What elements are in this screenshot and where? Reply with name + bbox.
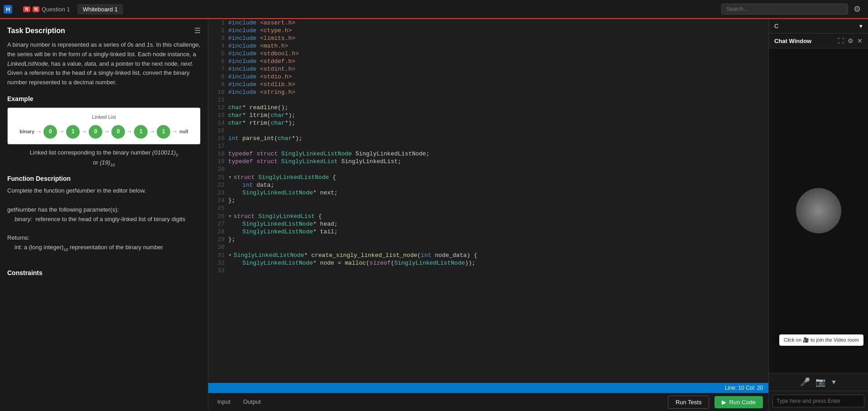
table-row: 17 [208,142,768,150]
status-bar: Line: 10 Col: 20 [208,383,768,393]
left-panel: Task Description ☰ A binary number is re… [0,19,208,411]
badge-n1: N [23,6,30,12]
table-row: 10#include <string.h> [208,88,768,96]
language-label: C [774,23,778,29]
linked-list-diagram: Linked List binary → 0 → 1 → 0 → 0 → 1 →… [7,107,201,145]
camera-icon[interactable]: 📷 [815,377,825,387]
table-row: 4#include <math.h> [208,42,768,50]
node-0: 0 [43,125,57,139]
table-row: 2#include <ctype.h> [208,27,768,34]
table-row: 19typedef struct SinglyLinkedList Singly… [208,158,768,165]
video-feed [796,188,841,233]
table-row: 14char* rtrim(char*); [208,119,768,127]
collapse-icon-26[interactable]: ▾ [228,213,232,220]
node-2: 0 [89,125,102,139]
task-title: Task Description [7,27,65,35]
table-row: 30 [208,243,768,251]
returns-label: Returns: [7,233,201,243]
table-row: 26 ▾struct SinglyLinkedList { [208,212,768,220]
main-layout: Task Description ☰ A binary number is re… [0,19,868,411]
table-row: 5#include <stdbool.h> [208,50,768,58]
gear-icon[interactable]: ⚙ [850,2,864,16]
arrow-4: → [127,127,132,136]
chat-window-title: Chat Window [774,38,811,44]
code-area: 1#include <assert.h> 2#include <ctype.h>… [208,19,768,411]
null-label: null [179,128,188,136]
tab-whiteboard[interactable]: Whiteboard 1 [77,4,123,15]
table-row: 31 ▾SinglyLinkedListNode* create_singly_… [208,251,768,259]
video-join-tooltip: Click on 🎥 to join the Video room [779,334,863,346]
language-selector[interactable]: C ▾ [769,19,868,34]
table-row: 28 SinglyLinkedListNode* tail; [208,228,768,236]
video-area: Click on 🎥 to join the Video room [769,48,868,373]
param-binary: binary: reference to the head of a singl… [7,215,201,224]
run-code-label: Run Code [729,399,756,406]
arrow-0: → [36,127,42,136]
chat-settings-icon[interactable]: ⚙ [848,37,854,44]
table-row: 25 [208,204,768,212]
microphone-icon[interactable]: 🎤 [800,377,810,387]
panel-resize-handle[interactable]: ⋮ [204,210,208,220]
tab-input[interactable]: Input [214,396,234,408]
table-row: 33 [208,267,768,275]
arrow-6: → [172,127,177,136]
chevron-down-icon: ▾ [859,23,863,29]
table-row: 23 SinglyLinkedListNode* next; [208,189,768,197]
table-row: 32 SinglyLinkedListNode* node = malloc(s… [208,259,768,267]
table-row: 20 [208,165,768,173]
chat-header: Chat Window ⛶ ⚙ ✕ [769,34,868,48]
expand-icon[interactable]: ⛶ [838,37,844,44]
tab-question-label: Question 1 [42,6,70,13]
task-body: A binary number is represented as a seri… [7,40,201,278]
table-row: 9#include <stdlib.h> [208,81,768,88]
tab-output[interactable]: Output [240,396,264,408]
arrow-2: → [82,127,87,136]
table-row: 13char* ltrim(char*); [208,111,768,119]
table-row: 3#include <limits.h> [208,34,768,42]
node-4: 1 [134,125,148,139]
table-row: 27 SinglyLinkedListNode* head; [208,220,768,228]
example-title: Example [7,94,201,104]
constraints-title: Constraints [7,268,201,278]
diagram-title: Linked List [92,113,116,121]
run-tests-button[interactable]: Run Tests [668,396,710,409]
tab-question[interactable]: N N Question 1 [18,4,75,15]
getnumber-desc: getNumber has the following parameter(s)… [7,205,201,215]
right-panel: C ▾ Chat Window ⛶ ⚙ ✕ Click on 🎥 to join… [768,19,868,411]
table-row: 21 ▾struct SinglyLinkedListNode { [208,173,768,181]
hamburger-icon[interactable]: ☰ [194,26,201,35]
tab-whiteboard-label: Whiteboard 1 [83,6,118,13]
bottom-bar: Input Output Run Tests ▶ Run Code [208,393,768,411]
task-intro: A binary number is represented as a seri… [7,40,201,87]
chat-header-icons: ⛶ ⚙ ✕ [838,37,863,44]
run-code-button[interactable]: ▶ Run Code [715,396,763,408]
func-description-title: Function Description [7,174,201,184]
table-row: 15 [208,127,768,135]
run-icon: ▶ [722,399,726,406]
chat-input[interactable] [772,395,864,407]
table-row: 18typedef struct SinglyLinkedListNode Si… [208,150,768,158]
table-row: 24}; [208,197,768,204]
chat-input-area [769,391,868,411]
arrow-5: → [149,127,155,136]
collapse-icon-31[interactable]: ▾ [228,252,232,259]
code-editor[interactable]: 1#include <assert.h> 2#include <ctype.h>… [208,19,768,383]
chevron-down-icon-chat[interactable]: ▼ [831,378,837,386]
func-body: Complete the function getNumber in the e… [7,186,201,196]
node-1: 1 [66,125,80,139]
node-5: 1 [157,125,170,139]
app-logo: H [4,5,12,14]
returns-desc: int: a (long integer)10 representation o… [7,243,201,253]
tooltip-text: Click on 🎥 to join the Video room [784,337,859,343]
table-row: 22 int data; [208,181,768,189]
diagram-binary-label: binary [19,128,34,136]
topbar: H N N Question 1 Whiteboard 1 ⚙ [0,0,868,19]
close-icon[interactable]: ✕ [857,37,863,44]
search-input[interactable] [721,4,848,15]
node-3: 0 [111,125,125,139]
code-table: 1#include <assert.h> 2#include <ctype.h>… [208,19,768,275]
table-row: 16int parse_int(char*); [208,135,768,142]
table-row: 7#include <stdint.h> [208,65,768,73]
cursor-position: Line: 10 Col: 20 [725,385,763,391]
collapse-icon-21[interactable]: ▾ [228,174,232,181]
